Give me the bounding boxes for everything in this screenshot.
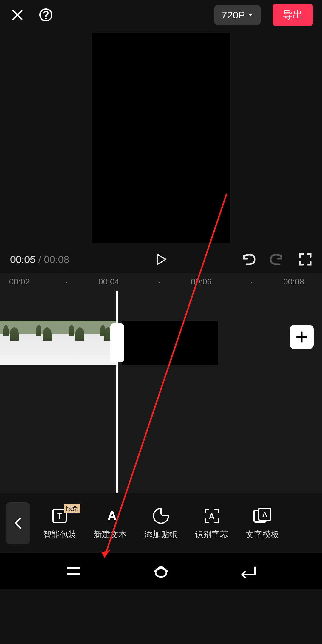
- nav-menu-button[interactable]: [62, 559, 86, 583]
- tool-smart-package[interactable]: 限免 T 智能包装: [39, 506, 80, 540]
- resolution-dropdown[interactable]: 720P: [214, 5, 261, 25]
- sticker-icon: [151, 506, 171, 525]
- text-template-icon: A: [253, 506, 272, 525]
- close-button[interactable]: [9, 7, 26, 23]
- fullscreen-button[interactable]: [299, 253, 312, 266]
- tool-add-sticker[interactable]: 添加贴纸: [140, 506, 182, 540]
- black-clip[interactable]: [122, 321, 218, 365]
- time-display: 00:05 / 00:08: [10, 254, 69, 265]
- svg-text:+: +: [114, 513, 119, 523]
- timeline[interactable]: [0, 291, 322, 493]
- video-preview[interactable]: [92, 33, 230, 243]
- help-button[interactable]: [38, 7, 54, 23]
- svg-point-1: [45, 18, 47, 19]
- svg-text:A: A: [209, 512, 215, 521]
- timeline-ruler[interactable]: 00:02 · 00:04 · 00:06 · 00:08: [0, 273, 322, 291]
- clip-thumbnail: [66, 321, 98, 365]
- nav-back-button[interactable]: [236, 559, 260, 583]
- add-clip-button[interactable]: [290, 325, 314, 349]
- current-time: 00:05: [10, 254, 35, 265]
- clip-thumbnail: [0, 321, 33, 365]
- resolution-value: 720P: [222, 9, 245, 21]
- playhead[interactable]: [116, 291, 118, 493]
- nav-home-button[interactable]: [149, 559, 173, 583]
- svg-point-11: [156, 569, 166, 577]
- undo-button[interactable]: [240, 252, 256, 267]
- video-track[interactable]: [0, 321, 116, 365]
- text-add-icon: A+: [101, 506, 120, 525]
- export-button[interactable]: 导出: [273, 4, 313, 26]
- tool-label: 智能包装: [43, 529, 76, 540]
- tool-text-template[interactable]: A 文字模板: [242, 506, 283, 540]
- tool-recognize-subtitle[interactable]: A 识别字幕: [191, 506, 233, 540]
- total-time: 00:08: [44, 254, 69, 265]
- chevron-down-icon: [247, 13, 253, 17]
- tool-label: 文字模板: [246, 529, 279, 540]
- play-button[interactable]: [152, 250, 170, 268]
- svg-text:T: T: [57, 512, 62, 521]
- tool-label: 新建文本: [94, 529, 127, 540]
- tool-label: 识别字幕: [195, 529, 228, 540]
- svg-text:A: A: [262, 511, 267, 518]
- tool-new-text[interactable]: A+ 新建文本: [89, 506, 131, 540]
- subtitle-icon: A: [202, 506, 221, 525]
- clip-thumbnail: [33, 321, 66, 365]
- back-button[interactable]: [6, 502, 30, 544]
- redo-button[interactable]: [270, 252, 285, 267]
- free-badge: 限免: [64, 504, 80, 513]
- tool-label: 添加贴纸: [144, 529, 178, 540]
